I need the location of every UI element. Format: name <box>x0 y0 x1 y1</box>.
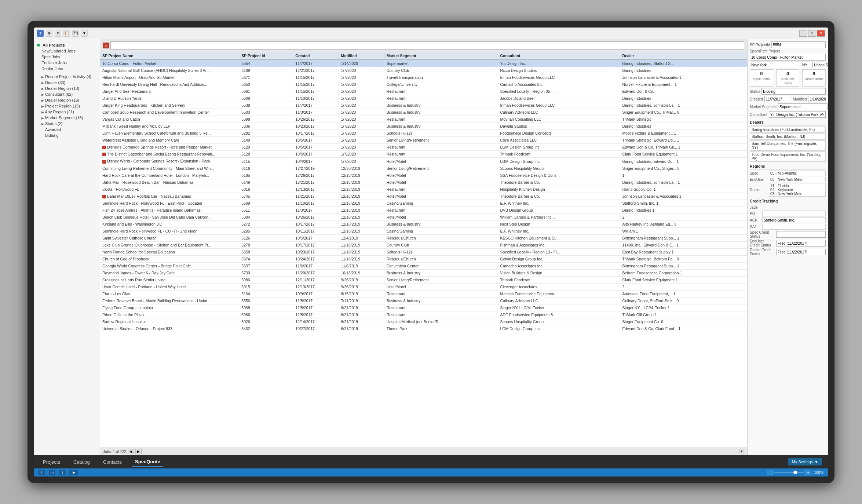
zoom-in-button[interactable]: + <box>805 470 811 475</box>
sidebar-new-updated[interactable]: New/Updated Jobs <box>34 48 100 54</box>
sidebar-item-recent[interactable]: ▶ Recent Project Activity (4) <box>34 74 100 80</box>
consultant-input[interactable] <box>769 111 826 118</box>
table-row[interactable]: Saint Sylvester Catholic Church512610/5/… <box>100 234 747 241</box>
table-row[interactable]: Disney's Coronado Springs Resort - Rix's… <box>100 144 747 151</box>
credit-input[interactable] <box>762 217 826 223</box>
table-row[interactable]: D and D Hudson Yards560811/10/20171/7/20… <box>100 95 747 102</box>
table-row[interactable]: Seminole Hard Rock - Hollywood FL - East… <box>100 200 747 207</box>
table-row[interactable]: Augusta National Golf Course (ANGC) Hosp… <box>100 67 747 74</box>
col-header-dealer[interactable]: Dealer <box>620 52 747 60</box>
table-row[interactable]: Seminole Hard Rock Hollywood FL - CO -TI… <box>100 227 747 234</box>
nav-specquote[interactable]: SpecQuote <box>132 457 163 467</box>
table-row[interactable]: Hilton Miami Airport - Grab And Go Marke… <box>100 74 747 81</box>
table-row[interactable]: Hard Rock Cafe at the Cumberland Hotel -… <box>100 172 747 179</box>
next-page-button[interactable]: ▶ <box>135 449 142 454</box>
my-settings-button[interactable]: My Settings ▼ <box>788 458 822 465</box>
close-button[interactable]: × <box>817 30 825 37</box>
sidebar-item-dealer-region[interactable]: ▶ Dealer Region (13) <box>34 85 100 91</box>
spec-credit-status-input[interactable] <box>776 231 826 238</box>
table-row[interactable]: Universal Studios - Orlando - Project 93… <box>100 325 747 332</box>
table-row[interactable]: Federal Reserve Board - Martin Building … <box>100 297 747 304</box>
enduser-credit-status-input[interactable] <box>776 240 826 246</box>
table-row[interactable]: Watercrest Assisted Living and Memory Ca… <box>100 137 747 144</box>
table-row[interactable]: Baha Mar - Rosewood Beach Bar - Nassau B… <box>100 179 747 186</box>
col-header-modified[interactable]: Modified <box>339 52 384 60</box>
table-row[interactable]: Church of God of Prophecy537410/24/20171… <box>100 255 747 262</box>
specpath-project-input[interactable] <box>750 54 826 61</box>
table-row[interactable]: North Florida School for Special Educati… <box>100 248 747 255</box>
modified-input[interactable] <box>808 96 828 102</box>
prev-page-button[interactable]: ◀ <box>128 449 134 454</box>
table-row[interactable]: Campbell Soup Research and Development I… <box>100 109 747 116</box>
market-segment-input[interactable] <box>778 103 828 110</box>
add-row-button[interactable]: + <box>739 449 744 454</box>
toolbar-icon-5[interactable]: ▼ <box>81 30 88 37</box>
table-row[interactable]: Fish By Jose Andres - Atlantis - Paradis… <box>100 207 747 213</box>
minimize-button[interactable]: _ <box>799 30 807 37</box>
sidebar-dealer-jobs[interactable]: Dealer Jobs <box>34 66 100 72</box>
youtube-icon[interactable]: ▶ <box>69 470 78 475</box>
sidebar-item-bidding[interactable]: Bidding <box>34 132 100 138</box>
toolbar-icon-1[interactable]: ⊕ <box>46 30 52 37</box>
facebook-icon[interactable]: f <box>39 470 45 475</box>
table-row[interactable]: Vargas Cut and Catch539810/26/20171/7/20… <box>100 116 747 123</box>
status-input[interactable] <box>761 88 826 95</box>
twitter-icon[interactable]: t <box>59 470 66 475</box>
sidebar-item-dealer-region2[interactable]: ▶ Dealer Region (16) <box>34 97 100 103</box>
sidebar-item-awarded[interactable]: Awarded <box>34 127 100 132</box>
table-row[interactable]: Lake Club Grande Clubhouse - Kitchen and… <box>100 241 747 248</box>
table-row[interactable]: Raymond James - Tower 6 - Ray Jay Cafe57… <box>100 269 747 276</box>
country-input[interactable] <box>812 62 828 68</box>
toolbar-icon-3[interactable]: 📋 <box>63 30 70 37</box>
table-row[interactable]: Disney World - Coronado Springs Resort -… <box>100 158 747 165</box>
table-row[interactable]: Etaru - Los Olas516410/9/20178/15/2019Re… <box>100 290 747 297</box>
table-row[interactable]: Lynn Haven Elementary School Cafetorium … <box>100 130 747 137</box>
zoom-slider[interactable] <box>774 472 804 473</box>
table-row[interactable]: Burger King Headquarters - Kitchen and S… <box>100 102 747 109</box>
col-header-id[interactable]: SP Project Id <box>239 52 293 60</box>
clear-search-button[interactable]: ✕ <box>103 43 109 48</box>
sidebar-item-any-region[interactable]: ▶ Any Region (21) <box>34 109 100 115</box>
created-input[interactable] <box>764 96 790 102</box>
sidebar-item-market-segment[interactable]: ▶ Market Segment (16) <box>34 115 100 121</box>
table-row[interactable]: Baha Mar 10L17 Rooftop Bar - Nassau Baha… <box>100 193 747 200</box>
linkedin-icon[interactable]: in <box>49 470 55 475</box>
sidebar-item-dealer[interactable]: ▶ Dealer (63) <box>34 80 100 85</box>
table-row[interactable]: Crossings at Harts Run Senior Living5986… <box>100 276 747 283</box>
col-header-segment[interactable]: Market Segment <box>384 52 498 60</box>
sidebar-all-projects[interactable]: All Projects <box>34 41 100 48</box>
table-row[interactable]: 10 Corso Como - Fulton Market555411/7/20… <box>100 60 747 67</box>
toolbar-icon-4[interactable]: 💾 <box>72 30 79 37</box>
col-header-name[interactable]: SP Project Name <box>100 52 239 60</box>
table-row[interactable]: Costa - Hollywood FL601612/13/201712/18/… <box>100 186 747 193</box>
credit-input[interactable] <box>762 211 826 216</box>
col-header-consultant[interactable]: Consultant <box>498 52 620 60</box>
sp-projectid-input[interactable] <box>771 41 826 48</box>
zoom-out-button[interactable]: - <box>767 470 773 475</box>
col-header-created[interactable]: Created <box>293 52 339 60</box>
nav-contacts[interactable]: Contacts <box>100 458 125 466</box>
table-row[interactable]: The District Gastrobar and Social Eating… <box>100 151 747 158</box>
nav-projects[interactable]: Projects <box>40 458 63 466</box>
table-row[interactable]: Kirkland and Ellis - Washington DC527210… <box>100 220 747 227</box>
sidebar-enduser-jobs[interactable]: EndUser Jobs <box>34 60 100 66</box>
nav-catalog[interactable]: Catalog <box>70 458 93 466</box>
table-row[interactable]: Prime Grille at the Plaza596612/8/20176/… <box>100 311 747 318</box>
sidebar-spec-jobs[interactable]: Spec Jobs <box>34 54 100 60</box>
table-row[interactable]: Beach Club Boutique Hotel - San Jose Del… <box>100 213 747 220</box>
dealer-credit-status-input[interactable] <box>776 249 826 255</box>
search-input[interactable] <box>112 43 742 48</box>
toolbar-icon-2[interactable]: ⚙ <box>55 30 61 37</box>
credit-input[interactable] <box>762 224 826 230</box>
table-row[interactable]: Milbank Tweed Hadley and McCloy LLP53361… <box>100 123 747 130</box>
table-row[interactable]: Burger And Beer Restaurant566111/15/2017… <box>100 88 747 95</box>
table-row[interactable]: Georgia World Congress Center - Bridge P… <box>100 262 747 269</box>
maximize-button[interactable]: □ <box>808 30 816 37</box>
state-input[interactable] <box>801 62 811 68</box>
sidebar-item-project-region[interactable]: ▶ Project Region (15) <box>34 103 100 109</box>
table-row[interactable]: Continuing Living Retirement Community -… <box>100 165 747 172</box>
sidebar-item-status[interactable]: ▶ Status (2) <box>34 121 100 127</box>
table-row[interactable]: Flying Food Group - Honolulu596812/8/201… <box>100 304 747 311</box>
table-row[interactable]: Hyatt Centric Hotel - Portland - United … <box>100 283 747 290</box>
city-input[interactable] <box>750 62 799 68</box>
